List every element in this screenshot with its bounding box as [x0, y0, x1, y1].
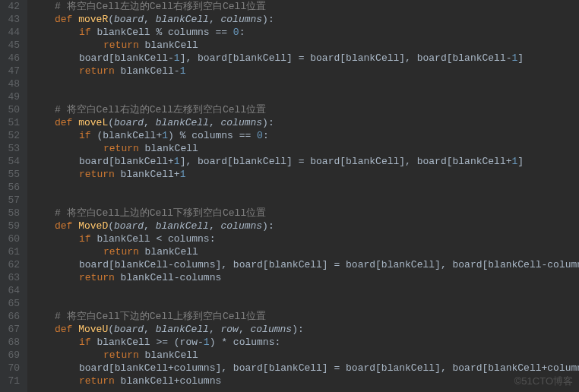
- code-line[interactable]: [30, 181, 579, 194]
- code-line[interactable]: [30, 77, 579, 90]
- code-editor[interactable]: 4243444546474849505152535455565758596061…: [0, 0, 579, 392]
- code-line[interactable]: return blankCell: [30, 39, 579, 52]
- token-kw: return: [103, 349, 145, 361]
- code-line[interactable]: def MoveU(board, blankCell, row, columns…: [30, 323, 579, 336]
- line-number: 67: [5, 323, 20, 336]
- code-line[interactable]: board[blankCell+columns], board[blankCel…: [30, 362, 579, 375]
- token-prm: blankCell: [156, 324, 209, 335]
- line-number-gutter: 4243444546474849505152535455565758596061…: [0, 0, 27, 392]
- code-line[interactable]: board[blankCell+1], board[blankCell] = b…: [30, 155, 579, 168]
- token-op: ):: [262, 117, 274, 128]
- token-kw: return: [103, 143, 145, 154]
- line-number: 45: [5, 39, 20, 52]
- code-line[interactable]: return blankCell+columns: [30, 375, 579, 387]
- token-kw: return: [103, 246, 145, 258]
- token-op: (: [108, 220, 114, 232]
- token-op: blankCell % columns ==: [96, 27, 233, 38]
- token-kw: def: [55, 220, 78, 232]
- code-line[interactable]: board[blankCell-columns], board[blankCel…: [30, 258, 579, 271]
- token-num: 0: [257, 130, 263, 141]
- code-line[interactable]: [30, 90, 579, 103]
- token-op: ]: [517, 156, 524, 167]
- line-number: 52: [5, 129, 20, 142]
- line-number: 48: [5, 77, 20, 90]
- line-number: 69: [5, 349, 20, 362]
- token-num: 1: [162, 130, 168, 141]
- token-num: 1: [174, 156, 180, 167]
- token-fn: moveR: [78, 14, 108, 25]
- code-line[interactable]: return blankCell-1: [30, 65, 579, 77]
- token-op: ,: [209, 14, 221, 25]
- code-line[interactable]: if blankCell >= (row-1) * columns:: [30, 336, 579, 349]
- code-line[interactable]: return blankCell+1: [30, 168, 579, 181]
- code-line[interactable]: def moveR(board, blankCell, columns):: [30, 13, 579, 26]
- line-number: 54: [5, 155, 20, 168]
- token-op: board[blankCell-columns], board[blankCel…: [79, 259, 579, 270]
- token-prm: blankCell: [156, 220, 209, 232]
- token-op: ,: [144, 14, 156, 25]
- token-num: 1: [204, 337, 210, 348]
- token-op: ) % columns ==: [168, 130, 257, 141]
- token-fn: MoveD: [78, 220, 108, 232]
- line-number: 59: [5, 220, 20, 232]
- token-kw: return: [79, 169, 121, 180]
- code-line[interactable]: return blankCell-columns: [30, 271, 579, 284]
- token-op: (: [108, 324, 114, 335]
- code-line[interactable]: # 将空白Cell左边的Cell右移到空白Cell位置: [30, 0, 579, 13]
- token-prm: board: [114, 14, 144, 25]
- token-op: ,: [239, 324, 251, 335]
- code-line[interactable]: # 将空白Cell右边的Cell左移到空白Cell位置: [30, 103, 579, 116]
- line-number: 43: [5, 13, 20, 26]
- line-number: 50: [5, 103, 20, 116]
- token-prm: board: [114, 117, 144, 128]
- token-op: ,: [144, 117, 156, 128]
- code-line[interactable]: board[blankCell-1], board[blankCell] = b…: [30, 52, 579, 65]
- line-number: 47: [5, 65, 20, 77]
- code-line[interactable]: # 将空白Cell下边的Cell上移到空白Cell位置: [30, 310, 579, 323]
- line-number: 71: [5, 375, 20, 387]
- line-number: 51: [5, 116, 20, 129]
- code-line[interactable]: return blankCell: [30, 142, 579, 155]
- code-line[interactable]: return blankCell: [30, 349, 579, 362]
- line-number: 55: [5, 168, 20, 181]
- code-line[interactable]: [30, 284, 579, 297]
- line-number: 53: [5, 142, 20, 155]
- token-op: blankCell: [145, 246, 198, 258]
- token-op: blankCell: [145, 40, 198, 51]
- token-op: ,: [209, 324, 221, 335]
- line-number: 63: [5, 271, 20, 284]
- code-line[interactable]: return blankCell: [30, 245, 579, 258]
- code-area[interactable]: # 将空白Cell左边的Cell右移到空白Cell位置def moveR(boa…: [27, 0, 579, 392]
- token-prm: columns: [251, 324, 293, 335]
- token-op: blankCell-columns: [121, 272, 222, 283]
- code-line[interactable]: [30, 194, 579, 207]
- token-op: :: [239, 27, 245, 38]
- token-op: (blankCell+: [96, 130, 162, 141]
- token-op: blankCell: [145, 143, 198, 154]
- token-op: blankCell+: [121, 169, 180, 180]
- token-op: ):: [292, 324, 304, 335]
- token-prm: blankCell: [156, 117, 209, 128]
- code-line[interactable]: [30, 297, 579, 310]
- code-line[interactable]: if (blankCell+1) % columns == 0:: [30, 129, 579, 142]
- token-op: ], board[blankCell] = board[blankCell], …: [180, 52, 512, 64]
- line-number: 64: [5, 284, 20, 297]
- token-kw: if: [79, 337, 96, 348]
- token-prm: columns: [221, 14, 263, 25]
- token-num: 1: [174, 52, 180, 64]
- line-number: 46: [5, 52, 20, 65]
- token-fn: moveL: [78, 117, 108, 128]
- code-line[interactable]: if blankCell % columns == 0:: [30, 26, 579, 39]
- token-num: 1: [180, 65, 186, 77]
- code-line[interactable]: if blankCell < columns:: [30, 232, 579, 245]
- token-op: blankCell+columns: [121, 375, 222, 387]
- token-prm: columns: [221, 220, 263, 232]
- token-prm: row: [221, 324, 239, 335]
- code-line[interactable]: def MoveD(board, blankCell, columns):: [30, 220, 579, 232]
- token-kw: if: [79, 27, 96, 38]
- code-line[interactable]: def moveL(board, blankCell, columns):: [30, 116, 579, 129]
- line-number: 70: [5, 362, 20, 375]
- code-line[interactable]: # 将空白Cell上边的Cell下移到空白Cell位置: [30, 207, 579, 220]
- token-op: ], board[blankCell] = board[blankCell], …: [180, 156, 512, 167]
- line-number: 68: [5, 336, 20, 349]
